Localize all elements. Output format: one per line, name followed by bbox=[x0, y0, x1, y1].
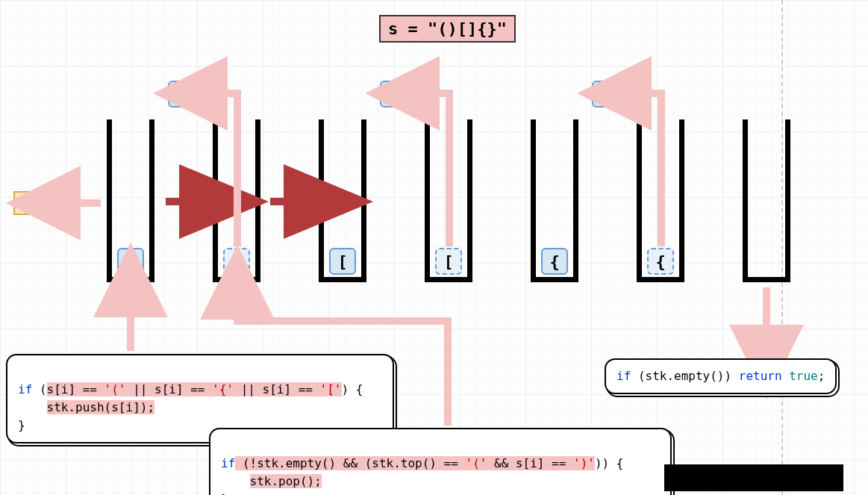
stack-item: { bbox=[647, 248, 674, 275]
stack-6: { bbox=[637, 119, 684, 282]
bottom-black-bar bbox=[664, 464, 843, 491]
stack-item: ( bbox=[117, 248, 144, 275]
stack-7 bbox=[743, 119, 790, 282]
popped-token: ( bbox=[168, 81, 195, 108]
stack-item: { bbox=[541, 248, 568, 275]
stack-2: ( bbox=[213, 119, 260, 282]
stk-label: stk bbox=[13, 191, 52, 215]
stack-item: ( bbox=[223, 248, 250, 275]
title-string: s = "()[]{}" bbox=[379, 15, 516, 43]
stack-4: [ bbox=[425, 119, 472, 282]
popped-token: [ bbox=[380, 81, 407, 108]
stack-1: ( bbox=[107, 119, 154, 282]
code-return-box: if (stk.empty()) return true; bbox=[605, 358, 837, 394]
stack-item: [ bbox=[435, 248, 462, 275]
stack-5: { bbox=[531, 119, 578, 282]
code-pop-box: if (!stk.empty() && (stk.top() == '(' &&… bbox=[209, 428, 672, 495]
stack-item: [ bbox=[329, 248, 356, 275]
popped-token: { bbox=[592, 81, 619, 108]
stack-3: [ bbox=[319, 119, 366, 282]
